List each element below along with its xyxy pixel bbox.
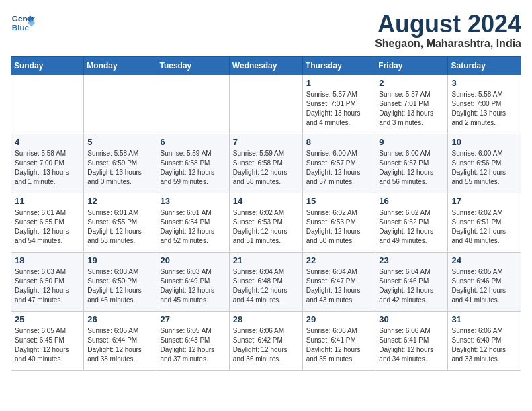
week-row-3: 11Sunrise: 6:01 AM Sunset: 6:55 PM Dayli… bbox=[11, 193, 521, 252]
calendar-cell: 25Sunrise: 6:05 AM Sunset: 6:45 PM Dayli… bbox=[11, 311, 84, 370]
day-info: Sunrise: 6:04 AM Sunset: 6:47 PM Dayligh… bbox=[306, 267, 372, 305]
day-number: 24 bbox=[451, 255, 517, 265]
day-info: Sunrise: 5:57 AM Sunset: 7:01 PM Dayligh… bbox=[379, 90, 444, 128]
calendar-cell bbox=[157, 75, 229, 134]
weekday-header-sunday: Sunday bbox=[11, 56, 84, 75]
day-info: Sunrise: 6:06 AM Sunset: 6:42 PM Dayligh… bbox=[233, 326, 299, 364]
weekday-header-thursday: Thursday bbox=[302, 56, 375, 75]
day-info: Sunrise: 6:03 AM Sunset: 6:50 PM Dayligh… bbox=[15, 267, 80, 305]
calendar-cell: 12Sunrise: 6:01 AM Sunset: 6:55 PM Dayli… bbox=[84, 193, 157, 252]
day-info: Sunrise: 6:00 AM Sunset: 6:57 PM Dayligh… bbox=[306, 149, 372, 187]
day-number: 7 bbox=[233, 137, 299, 147]
day-info: Sunrise: 6:05 AM Sunset: 6:44 PM Dayligh… bbox=[87, 326, 152, 364]
day-number: 13 bbox=[161, 196, 226, 206]
day-number: 4 bbox=[15, 137, 80, 147]
calendar-cell: 10Sunrise: 6:00 AM Sunset: 6:56 PM Dayli… bbox=[448, 134, 521, 193]
day-number: 29 bbox=[306, 314, 372, 324]
day-info: Sunrise: 6:05 AM Sunset: 6:43 PM Dayligh… bbox=[161, 326, 226, 364]
day-number: 9 bbox=[379, 137, 444, 147]
day-info: Sunrise: 6:06 AM Sunset: 6:40 PM Dayligh… bbox=[451, 326, 517, 364]
day-number: 23 bbox=[379, 255, 444, 265]
calendar-cell: 2Sunrise: 5:57 AM Sunset: 7:01 PM Daylig… bbox=[375, 75, 448, 134]
day-number: 27 bbox=[161, 314, 226, 324]
day-number: 14 bbox=[233, 196, 299, 206]
calendar-cell: 18Sunrise: 6:03 AM Sunset: 6:50 PM Dayli… bbox=[11, 252, 84, 311]
day-info: Sunrise: 6:02 AM Sunset: 6:51 PM Dayligh… bbox=[451, 208, 517, 246]
day-info: Sunrise: 6:03 AM Sunset: 6:50 PM Dayligh… bbox=[87, 267, 152, 305]
day-number: 21 bbox=[233, 255, 299, 265]
calendar-cell: 16Sunrise: 6:02 AM Sunset: 6:52 PM Dayli… bbox=[375, 193, 448, 252]
calendar-cell: 11Sunrise: 6:01 AM Sunset: 6:55 PM Dayli… bbox=[11, 193, 84, 252]
day-number: 17 bbox=[451, 196, 517, 206]
day-info: Sunrise: 6:01 AM Sunset: 6:55 PM Dayligh… bbox=[15, 208, 80, 246]
calendar-table: SundayMondayTuesdayWednesdayThursdayFrid… bbox=[11, 56, 521, 371]
day-number: 10 bbox=[451, 137, 517, 147]
weekday-header-tuesday: Tuesday bbox=[157, 56, 229, 75]
day-number: 12 bbox=[87, 196, 152, 206]
day-info: Sunrise: 6:04 AM Sunset: 6:46 PM Dayligh… bbox=[379, 267, 444, 305]
weekday-header-row: SundayMondayTuesdayWednesdayThursdayFrid… bbox=[11, 56, 521, 75]
calendar-cell: 17Sunrise: 6:02 AM Sunset: 6:51 PM Dayli… bbox=[448, 193, 521, 252]
day-info: Sunrise: 6:02 AM Sunset: 6:52 PM Dayligh… bbox=[379, 208, 444, 246]
location-title: Shegaon, Maharashtra, India bbox=[375, 38, 521, 50]
day-info: Sunrise: 6:01 AM Sunset: 6:54 PM Dayligh… bbox=[161, 208, 226, 246]
day-number: 28 bbox=[233, 314, 299, 324]
calendar-cell: 1Sunrise: 5:57 AM Sunset: 7:01 PM Daylig… bbox=[302, 75, 375, 134]
calendar-cell: 3Sunrise: 5:58 AM Sunset: 7:00 PM Daylig… bbox=[448, 75, 521, 134]
calendar-cell bbox=[84, 75, 157, 134]
calendar-cell: 23Sunrise: 6:04 AM Sunset: 6:46 PM Dayli… bbox=[375, 252, 448, 311]
week-row-2: 4Sunrise: 5:58 AM Sunset: 7:00 PM Daylig… bbox=[11, 134, 521, 193]
weekday-header-monday: Monday bbox=[84, 56, 157, 75]
calendar-cell: 31Sunrise: 6:06 AM Sunset: 6:40 PM Dayli… bbox=[448, 311, 521, 370]
calendar-cell: 21Sunrise: 6:04 AM Sunset: 6:48 PM Dayli… bbox=[229, 252, 302, 311]
day-number: 8 bbox=[306, 137, 372, 147]
day-number: 25 bbox=[15, 314, 80, 324]
logo-icon: General Blue bbox=[11, 11, 35, 35]
day-number: 6 bbox=[161, 137, 226, 147]
day-info: Sunrise: 5:59 AM Sunset: 6:58 PM Dayligh… bbox=[233, 149, 299, 187]
day-info: Sunrise: 6:05 AM Sunset: 6:45 PM Dayligh… bbox=[15, 326, 80, 364]
weekday-header-saturday: Saturday bbox=[448, 56, 521, 75]
calendar-cell: 4Sunrise: 5:58 AM Sunset: 7:00 PM Daylig… bbox=[11, 134, 84, 193]
calendar-cell: 6Sunrise: 5:59 AM Sunset: 6:58 PM Daylig… bbox=[157, 134, 229, 193]
day-number: 20 bbox=[161, 255, 226, 265]
day-info: Sunrise: 6:01 AM Sunset: 6:55 PM Dayligh… bbox=[87, 208, 152, 246]
calendar-cell: 13Sunrise: 6:01 AM Sunset: 6:54 PM Dayli… bbox=[157, 193, 229, 252]
week-row-5: 25Sunrise: 6:05 AM Sunset: 6:45 PM Dayli… bbox=[11, 311, 521, 370]
day-info: Sunrise: 6:02 AM Sunset: 6:53 PM Dayligh… bbox=[233, 208, 299, 246]
calendar-cell: 24Sunrise: 6:05 AM Sunset: 6:46 PM Dayli… bbox=[448, 252, 521, 311]
day-number: 26 bbox=[87, 314, 152, 324]
day-number: 30 bbox=[379, 314, 444, 324]
logo: General Blue General Blue bbox=[11, 11, 35, 35]
day-info: Sunrise: 6:06 AM Sunset: 6:41 PM Dayligh… bbox=[306, 326, 372, 364]
calendar-cell: 27Sunrise: 6:05 AM Sunset: 6:43 PM Dayli… bbox=[157, 311, 229, 370]
calendar-cell: 30Sunrise: 6:06 AM Sunset: 6:41 PM Dayli… bbox=[375, 311, 448, 370]
calendar-cell: 19Sunrise: 6:03 AM Sunset: 6:50 PM Dayli… bbox=[84, 252, 157, 311]
day-info: Sunrise: 5:57 AM Sunset: 7:01 PM Dayligh… bbox=[306, 90, 372, 128]
day-number: 3 bbox=[451, 78, 517, 88]
week-row-4: 18Sunrise: 6:03 AM Sunset: 6:50 PM Dayli… bbox=[11, 252, 521, 311]
day-info: Sunrise: 6:05 AM Sunset: 6:46 PM Dayligh… bbox=[451, 267, 517, 305]
calendar-cell: 15Sunrise: 6:02 AM Sunset: 6:53 PM Dayli… bbox=[302, 193, 375, 252]
day-number: 2 bbox=[379, 78, 444, 88]
weekday-header-friday: Friday bbox=[375, 56, 448, 75]
day-info: Sunrise: 6:00 AM Sunset: 6:57 PM Dayligh… bbox=[379, 149, 444, 187]
day-info: Sunrise: 5:58 AM Sunset: 6:59 PM Dayligh… bbox=[87, 149, 152, 187]
page-header: General Blue General Blue August 2024 Sh… bbox=[11, 11, 521, 50]
calendar-cell bbox=[11, 75, 84, 134]
calendar-cell: 8Sunrise: 6:00 AM Sunset: 6:57 PM Daylig… bbox=[302, 134, 375, 193]
day-number: 22 bbox=[306, 255, 372, 265]
calendar-cell: 28Sunrise: 6:06 AM Sunset: 6:42 PM Dayli… bbox=[229, 311, 302, 370]
svg-text:Blue: Blue bbox=[12, 23, 30, 32]
week-row-1: 1Sunrise: 5:57 AM Sunset: 7:01 PM Daylig… bbox=[11, 75, 521, 134]
day-info: Sunrise: 5:59 AM Sunset: 6:58 PM Dayligh… bbox=[161, 149, 226, 187]
day-number: 19 bbox=[87, 255, 152, 265]
month-year-title: August 2024 bbox=[375, 11, 521, 38]
title-section: August 2024 Shegaon, Maharashtra, India bbox=[375, 11, 521, 50]
calendar-cell: 5Sunrise: 5:58 AM Sunset: 6:59 PM Daylig… bbox=[84, 134, 157, 193]
calendar-cell: 29Sunrise: 6:06 AM Sunset: 6:41 PM Dayli… bbox=[302, 311, 375, 370]
day-info: Sunrise: 6:03 AM Sunset: 6:49 PM Dayligh… bbox=[161, 267, 226, 305]
day-number: 15 bbox=[306, 196, 372, 206]
day-number: 5 bbox=[87, 137, 152, 147]
calendar-cell: 20Sunrise: 6:03 AM Sunset: 6:49 PM Dayli… bbox=[157, 252, 229, 311]
